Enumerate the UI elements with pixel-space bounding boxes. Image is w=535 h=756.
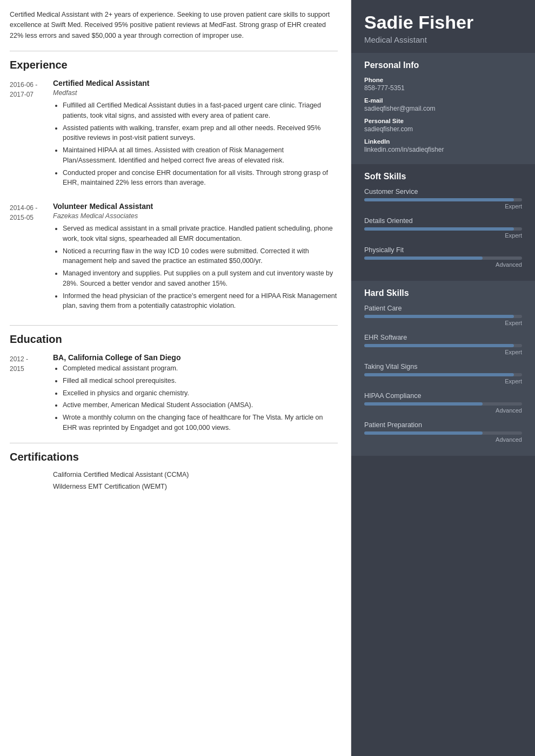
certification-item: California Certified Medical Assistant (…: [53, 471, 338, 478]
skill-bar-fill: [364, 315, 514, 318]
hard-skills-section: Hard Skills Patient CareExpertEHR Softwa…: [351, 281, 535, 456]
skill-name: Details Oriented: [364, 217, 522, 225]
summary-text: Certified Medical Assistant with 2+ year…: [10, 10, 338, 41]
skill-item: Customer ServiceExpert: [364, 188, 522, 210]
experience-content: Certified Medical AssistantMedfastFulfil…: [53, 79, 338, 190]
skill-level-label: Expert: [364, 232, 522, 239]
skill-item: EHR SoftwareExpert: [364, 334, 522, 355]
bullet-item: Assisted patients with walking, transfer…: [63, 123, 338, 144]
education-content: BA, California College of San DiegoCompl…: [53, 353, 338, 435]
skill-level-label: Expert: [364, 378, 522, 384]
skill-level-label: Expert: [364, 349, 522, 355]
experience-heading: Experience: [10, 59, 338, 71]
skill-bar-background: [364, 256, 522, 260]
bullet-item: Conducted proper and concise EHR documen…: [63, 168, 338, 188]
job-title: Certified Medical Assistant: [53, 79, 338, 87]
skill-bar-background: [364, 373, 522, 376]
skill-bar-fill: [364, 198, 514, 201]
skill-item: HIPAA ComplianceAdvanced: [364, 392, 522, 414]
skill-level-label: Expert: [364, 203, 522, 210]
skill-item: Details OrientedExpert: [364, 217, 522, 239]
skill-name: Patient Preparation: [364, 421, 522, 429]
bullet-item: Active member, American Medical Student …: [63, 400, 338, 410]
skill-bar-fill: [364, 227, 514, 231]
skill-bar-background: [364, 198, 522, 201]
phone-label: Phone: [364, 77, 522, 83]
experience-content: Volunteer Medical AssistantFazekas Medic…: [53, 202, 338, 313]
skill-name: Taking Vital Signs: [364, 363, 522, 370]
experience-item: 2014-06 - 2015-05Volunteer Medical Assis…: [10, 202, 338, 313]
site-label: Personal Site: [364, 118, 522, 124]
skill-item: Physically FitAdvanced: [364, 246, 522, 268]
skill-bar-fill: [364, 431, 483, 435]
soft-skills-section: Soft Skills Customer ServiceExpertDetail…: [351, 164, 535, 281]
education-item: 2012 - 2015BA, California College of San…: [10, 353, 338, 435]
skill-item: Patient CareExpert: [364, 305, 522, 326]
company-name: Fazekas Medical Associates: [53, 212, 338, 220]
experience-container: 2016-06 - 2017-07Certified Medical Assis…: [10, 79, 338, 313]
phone-value: 858-777-5351: [364, 84, 522, 92]
candidate-name: Sadie Fisher: [364, 12, 522, 33]
bullet-item: Completed medical assistant program.: [63, 363, 338, 374]
bullet-item: Maintained HIPAA at all times. Assisted …: [63, 145, 338, 166]
bullet-item: Filled all medical school prerequisites.: [63, 376, 338, 386]
skill-name: EHR Software: [364, 334, 522, 341]
skill-bar-background: [364, 344, 522, 347]
hard-skills-heading: Hard Skills: [364, 288, 522, 298]
experience-item: 2016-06 - 2017-07Certified Medical Assis…: [10, 79, 338, 190]
hard-skills-container: Patient CareExpertEHR SoftwareExpertTaki…: [364, 305, 522, 443]
linkedin-label: LinkedIn: [364, 138, 522, 145]
skill-bar-fill: [364, 373, 514, 376]
bullet-item: Informed the head physician of the pract…: [63, 291, 338, 312]
bullet-item: Excelled in physics and organic chemistr…: [63, 388, 338, 399]
education-divider: [10, 325, 338, 326]
email-value: sadieqfisher@gmail.com: [364, 105, 522, 112]
skill-name: HIPAA Compliance: [364, 392, 522, 400]
education-container: 2012 - 2015BA, California College of San…: [10, 353, 338, 435]
certification-item: Wilderness EMT Certification (WEMT): [53, 483, 338, 490]
bullet-item: Managed inventory and supplies. Put supp…: [63, 268, 338, 289]
skill-bar-background: [364, 227, 522, 231]
skill-bar-background: [364, 402, 522, 406]
experience-date: 2014-06 - 2015-05: [10, 202, 53, 313]
skill-item: Patient PreparationAdvanced: [364, 421, 522, 443]
skill-bar-fill: [364, 256, 483, 260]
education-bullet-list: Completed medical assistant program.Fill…: [53, 363, 338, 433]
company-name: Medfast: [53, 89, 338, 97]
skill-bar-fill: [364, 344, 514, 347]
right-column: Sadie Fisher Medical Assistant Personal …: [351, 0, 535, 756]
skill-name: Physically Fit: [364, 246, 522, 254]
bullet-item: Noticed a recurring flaw in the way ICD …: [63, 246, 338, 267]
left-column: Certified Medical Assistant with 2+ year…: [0, 0, 351, 756]
education-date: 2012 - 2015: [10, 353, 53, 435]
right-header: Sadie Fisher Medical Assistant: [351, 0, 535, 53]
skill-name: Patient Care: [364, 305, 522, 312]
education-title: BA, California College of San Diego: [53, 353, 338, 362]
skill-bar-fill: [364, 402, 483, 406]
email-label: E-mail: [364, 97, 522, 104]
soft-skills-container: Customer ServiceExpertDetails OrientedEx…: [364, 188, 522, 268]
site-value: sadieqfisher.com: [364, 125, 522, 133]
skill-name: Customer Service: [364, 188, 522, 195]
education-heading: Education: [10, 333, 338, 346]
job-title: Volunteer Medical Assistant: [53, 202, 338, 211]
candidate-title: Medical Assistant: [364, 35, 522, 44]
bullet-item: Wrote a monthly column on the changing f…: [63, 413, 338, 433]
skill-level-label: Expert: [364, 320, 522, 326]
soft-skills-heading: Soft Skills: [364, 172, 522, 181]
certifications-container: California Certified Medical Assistant (…: [10, 471, 338, 490]
personal-info-section: Personal Info Phone 858-777-5351 E-mail …: [351, 53, 535, 164]
bullet-item: Served as medical assistant in a small p…: [63, 224, 338, 244]
bullet-list: Fulfilled all Certified Medical Assistan…: [53, 100, 338, 188]
certifications-heading: Certifications: [10, 451, 338, 463]
bullet-item: Fulfilled all Certified Medical Assistan…: [63, 100, 338, 121]
experience-divider: [10, 51, 338, 51]
linkedin-value: linkedin.com/in/sadieqfisher: [364, 146, 522, 153]
personal-info-heading: Personal Info: [364, 60, 522, 70]
skill-level-label: Advanced: [364, 261, 522, 268]
skill-level-label: Advanced: [364, 407, 522, 414]
bullet-list: Served as medical assistant in a small p…: [53, 224, 338, 311]
skill-level-label: Advanced: [364, 436, 522, 443]
experience-date: 2016-06 - 2017-07: [10, 79, 53, 190]
skill-bar-background: [364, 315, 522, 318]
